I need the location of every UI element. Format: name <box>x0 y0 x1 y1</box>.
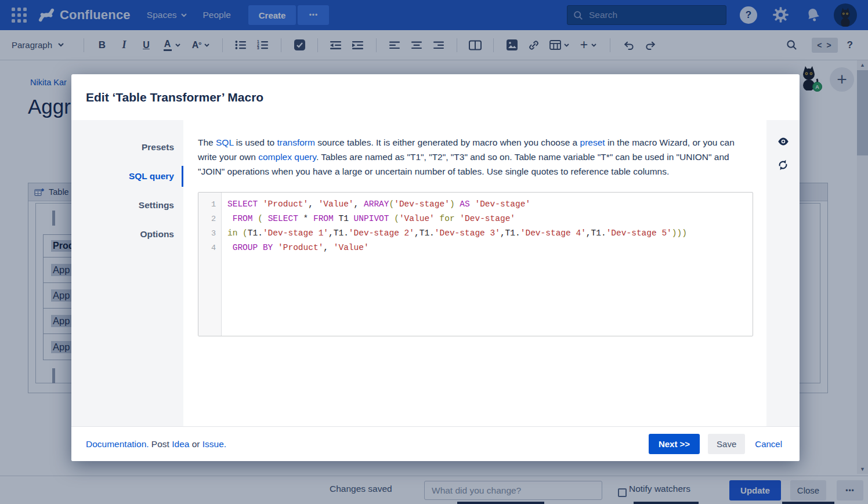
tab-presets[interactable]: Presets <box>71 133 183 162</box>
dialog-footer-links: Documentation. Post Idea or Issue. <box>86 439 226 449</box>
dialog-side-rail <box>766 120 800 426</box>
cancel-button[interactable]: Cancel <box>755 439 782 449</box>
code-line: SELECT 'Product', 'Value', ARRAY('Dev-st… <box>227 197 747 212</box>
dialog-footer: Documentation. Post Idea or Issue. Next … <box>71 426 800 461</box>
dialog-description: The SQL is used to transform source tabl… <box>198 135 753 179</box>
dialog-title: Edit ‘Table Transformer’ Macro <box>86 74 263 120</box>
inline-link[interactable]: Idea <box>172 439 189 449</box>
line-number: 1 <box>198 197 221 212</box>
refresh-icon <box>777 159 789 171</box>
inline-link[interactable]: preset <box>580 137 605 147</box>
dialog-body: PresetsSQL querySettingsOptions The SQL … <box>71 120 800 426</box>
code-line: FROM ( SELECT * FROM T1 UNPIVOT ('Value'… <box>227 212 747 226</box>
tab-settings[interactable]: Settings <box>71 191 183 220</box>
code-line: GROUP BY 'Product', 'Value' <box>227 241 747 255</box>
inline-text: or <box>189 439 202 449</box>
inline-link[interactable]: Documentation. <box>86 439 149 449</box>
inline-link[interactable]: SQL <box>216 137 233 147</box>
inline-link[interactable]: transform <box>277 137 314 147</box>
save-button[interactable]: Save <box>708 434 745 454</box>
next-button[interactable]: Next >> <box>649 434 700 454</box>
dialog-tabs: PresetsSQL querySettingsOptions <box>71 120 183 426</box>
code-line: in (T1.'Dev-stage 1',T1.'Dev-stage 2',T1… <box>227 226 747 241</box>
eye-icon <box>777 135 790 148</box>
inline-text: source tables. It is either generated by… <box>315 137 580 147</box>
inline-link[interactable]: complex query <box>258 152 316 162</box>
tab-options[interactable]: Options <box>71 220 183 249</box>
line-number: 2 <box>198 212 221 226</box>
inline-text: is used to <box>233 137 277 147</box>
tab-sql-query[interactable]: SQL query <box>71 162 183 191</box>
edit-macro-dialog: Edit ‘Table Transformer’ Macro PresetsSQ… <box>71 74 800 461</box>
inline-link[interactable]: Issue. <box>202 439 226 449</box>
code-gutter: 1234 <box>198 193 222 336</box>
code-lines[interactable]: SELECT 'Product', 'Value', ARRAY('Dev-st… <box>222 193 753 336</box>
refresh-button[interactable] <box>777 158 790 171</box>
line-number: 3 <box>198 226 221 241</box>
sql-code-editor[interactable]: 1234 SELECT 'Product', 'Value', ARRAY('D… <box>198 192 753 336</box>
inline-text: The <box>198 137 216 147</box>
line-number: 4 <box>198 241 221 255</box>
dialog-main: The SQL is used to transform source tabl… <box>183 120 766 426</box>
inline-text: Post <box>149 439 172 449</box>
preview-button[interactable] <box>777 135 790 148</box>
confluence-screen: Confluence Spaces People Create ••• ? <box>0 0 868 504</box>
